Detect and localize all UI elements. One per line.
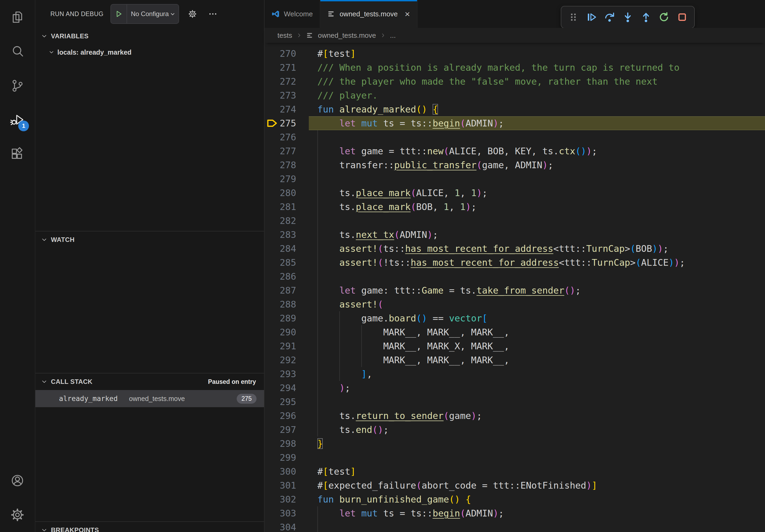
call-stack-frame[interactable]: already_marked owned_tests.move 275 bbox=[35, 390, 264, 407]
account-button[interactable] bbox=[0, 463, 35, 498]
step-into-button[interactable] bbox=[619, 9, 636, 25]
gutter-line-number[interactable]: 276 bbox=[265, 130, 309, 144]
gutter-line-number[interactable]: 294 bbox=[265, 381, 309, 395]
gutter-line-number[interactable]: 297 bbox=[265, 423, 309, 437]
gutter-line-number[interactable]: 293 bbox=[265, 367, 309, 381]
sidebar-item-search[interactable] bbox=[0, 34, 35, 69]
code-line-content[interactable]: let game: ttt::Game = ts.take_from_sende… bbox=[309, 283, 765, 297]
breadcrumb-item-symbol[interactable]: ... bbox=[390, 31, 396, 40]
gutter-line-number[interactable]: 288 bbox=[265, 297, 309, 311]
gutter-line-number[interactable]: 300 bbox=[265, 464, 309, 478]
code-editor[interactable]: 270#[test]271/// When a position is alre… bbox=[265, 43, 765, 532]
code-line-content[interactable]: #[test] bbox=[309, 464, 765, 478]
code-line-content[interactable]: } bbox=[309, 437, 765, 450]
code-line-content[interactable]: /// the player who made the "false" move… bbox=[309, 75, 765, 89]
code-line-content[interactable]: ts.place_mark(BOB, 1, 1); bbox=[309, 200, 765, 214]
gutter-line-number[interactable]: 290 bbox=[265, 325, 309, 339]
restart-button[interactable] bbox=[656, 9, 672, 25]
code-line-content[interactable]: assert!( bbox=[309, 297, 765, 311]
sidebar-item-run-and-debug[interactable]: 1 bbox=[0, 103, 35, 137]
gutter-line-number[interactable]: 303 bbox=[265, 506, 309, 520]
toolbar-drag-handle[interactable] bbox=[565, 9, 582, 25]
code-line-content[interactable]: assert!(ts::has_most_recent_for_address<… bbox=[309, 242, 765, 256]
code-line-content[interactable]: assert!(!ts::has_most_recent_for_address… bbox=[309, 256, 765, 269]
sidebar-item-source-control[interactable] bbox=[0, 69, 35, 103]
debug-settings-button[interactable] bbox=[186, 7, 200, 21]
code-line-content[interactable]: /// When a position is already marked, t… bbox=[309, 61, 765, 75]
gutter-line-number[interactable]: 292 bbox=[265, 353, 309, 367]
step-over-button[interactable] bbox=[601, 9, 618, 25]
gutter-line-number[interactable]: 271 bbox=[265, 61, 309, 75]
gutter-line-number[interactable]: 299 bbox=[265, 450, 309, 464]
code-line-content[interactable]: ts.return_to_sender(game); bbox=[309, 409, 765, 423]
gutter-line-number[interactable]: 281 bbox=[265, 200, 309, 214]
debug-configuration-dropdown[interactable]: No Configura bbox=[110, 4, 179, 24]
stop-button[interactable] bbox=[674, 9, 690, 25]
gutter-line-number[interactable]: 284 bbox=[265, 242, 309, 256]
code-line-content[interactable]: let mut ts = ts::begin(ADMIN); bbox=[309, 506, 765, 520]
continue-button[interactable] bbox=[583, 9, 600, 25]
gutter-line-number[interactable]: 304 bbox=[265, 520, 309, 532]
settings-button[interactable] bbox=[0, 498, 35, 532]
gutter-line-number[interactable]: 283 bbox=[265, 228, 309, 242]
gutter-line-number[interactable]: 274 bbox=[265, 102, 309, 116]
code-line-content[interactable]: ts.next_tx(ADMIN); bbox=[309, 228, 765, 242]
breadcrumb-item-file[interactable]: owned_tests.move bbox=[318, 31, 376, 40]
code-line-content[interactable]: let game = ttt::new(ALICE, BOB, KEY, ts.… bbox=[309, 144, 765, 158]
watch-section-header[interactable]: WATCH bbox=[35, 231, 264, 248]
code-line-content[interactable] bbox=[309, 269, 765, 283]
code-line-content[interactable] bbox=[309, 172, 765, 186]
gutter-line-number[interactable]: 287 bbox=[265, 283, 309, 297]
gutter-line-number[interactable]: 280 bbox=[265, 186, 309, 200]
code-line-content[interactable] bbox=[309, 520, 765, 532]
code-line-content[interactable]: MARK__, MARK_X, MARK__, bbox=[309, 339, 765, 353]
code-line-content[interactable] bbox=[309, 450, 765, 464]
gutter-line-number[interactable]: 295 bbox=[265, 395, 309, 409]
code-line-content[interactable]: fun already_marked() { bbox=[309, 102, 765, 116]
gutter-line-number[interactable]: 275 bbox=[265, 116, 309, 130]
tab-owned-tests-move[interactable]: owned_tests.move × bbox=[320, 0, 417, 28]
gutter-line-number[interactable]: 270 bbox=[265, 47, 309, 61]
start-debug-button[interactable] bbox=[111, 5, 127, 23]
gutter-line-number[interactable]: 278 bbox=[265, 158, 309, 172]
gutter-line-number[interactable]: 282 bbox=[265, 214, 309, 228]
gutter-line-number[interactable]: 279 bbox=[265, 172, 309, 186]
code-line-content[interactable]: transfer::public_transfer(game, ADMIN); bbox=[309, 158, 765, 172]
code-line-content[interactable]: game.board() == vector[ bbox=[309, 311, 765, 325]
sidebar-item-extensions[interactable] bbox=[0, 137, 35, 171]
code-line-content[interactable]: MARK__, MARK__, MARK__, bbox=[309, 353, 765, 367]
code-line-content[interactable]: ts.end(); bbox=[309, 423, 765, 437]
code-line-content[interactable]: ts.place_mark(ALICE, 1, 1); bbox=[309, 186, 765, 200]
code-line-content[interactable] bbox=[309, 214, 765, 228]
step-out-button[interactable] bbox=[638, 9, 654, 25]
tab-welcome[interactable]: Welcome bbox=[265, 0, 320, 28]
code-line-content[interactable] bbox=[309, 395, 765, 409]
sidebar-item-explorer[interactable] bbox=[0, 0, 35, 34]
gutter-line-number[interactable]: 302 bbox=[265, 492, 309, 506]
gutter-line-number[interactable]: 272 bbox=[265, 75, 309, 89]
gutter-line-number[interactable]: 298 bbox=[265, 437, 309, 450]
gutter-line-number[interactable]: 277 bbox=[265, 144, 309, 158]
code-line-content[interactable] bbox=[309, 130, 765, 144]
variables-scope-locals[interactable]: locals: already_marked bbox=[35, 45, 264, 60]
variables-section-header[interactable]: VARIABLES bbox=[35, 28, 264, 45]
gutter-line-number[interactable]: 291 bbox=[265, 339, 309, 353]
views-more-actions-button[interactable] bbox=[206, 7, 220, 21]
code-line-content[interactable]: #[expected_failure(abort_code = ttt::ENo… bbox=[309, 478, 765, 492]
gutter-line-number[interactable]: 285 bbox=[265, 256, 309, 269]
breakpoints-section-header[interactable]: BREAKPOINTS bbox=[35, 522, 264, 532]
close-icon[interactable]: × bbox=[405, 9, 410, 19]
code-line-content[interactable]: ], bbox=[309, 367, 765, 381]
gutter-line-number[interactable]: 301 bbox=[265, 478, 309, 492]
code-line-content[interactable]: MARK__, MARK__, MARK__, bbox=[309, 325, 765, 339]
code-line-content[interactable]: /// player. bbox=[309, 89, 765, 102]
code-line-content[interactable]: let mut ts = ts::begin(ADMIN); bbox=[309, 116, 765, 130]
gutter-line-number[interactable]: 286 bbox=[265, 269, 309, 283]
gutter-line-number[interactable]: 273 bbox=[265, 89, 309, 102]
gutter-line-number[interactable]: 296 bbox=[265, 409, 309, 423]
call-stack-section-header[interactable]: CALL STACK Paused on entry bbox=[35, 374, 264, 390]
gutter-line-number[interactable]: 289 bbox=[265, 311, 309, 325]
breadcrumb-item-tests[interactable]: tests bbox=[278, 31, 292, 40]
code-line-content[interactable]: ); bbox=[309, 381, 765, 395]
code-line-content[interactable]: fun burn_unfinished_game() { bbox=[309, 492, 765, 506]
